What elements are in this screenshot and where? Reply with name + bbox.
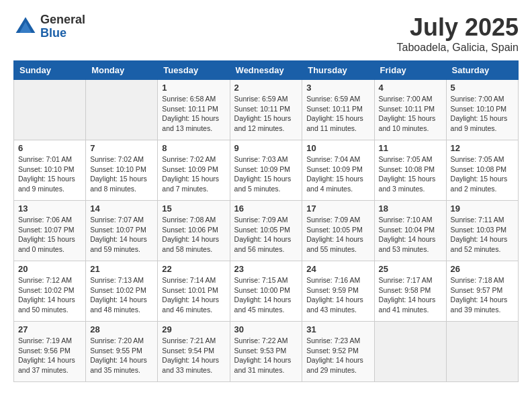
weekday-header-row: SundayMondayTuesdayWednesdayThursdayFrid… — [14, 61, 519, 80]
logo-icon — [13, 15, 38, 39]
weekday-header-thursday: Thursday — [302, 61, 374, 80]
calendar-cell: 23Sunrise: 7:15 AM Sunset: 10:00 PM Dayl… — [230, 261, 302, 322]
day-number: 7 — [90, 143, 153, 153]
day-info: Sunrise: 7:22 AM Sunset: 9:53 PM Dayligh… — [234, 336, 298, 375]
calendar-subtitle: Taboadela, Galicia, Spain — [397, 42, 519, 54]
day-info: Sunrise: 7:01 AM Sunset: 10:10 PM Daylig… — [18, 154, 81, 194]
calendar-cell: 4Sunrise: 7:00 AM Sunset: 10:11 PM Dayli… — [374, 80, 446, 140]
day-info: Sunrise: 7:05 AM Sunset: 10:08 PM Daylig… — [379, 154, 442, 194]
weekday-header-wednesday: Wednesday — [230, 61, 302, 80]
day-info: Sunrise: 6:58 AM Sunset: 10:11 PM Daylig… — [162, 94, 225, 134]
day-number: 13 — [18, 203, 81, 214]
day-number: 20 — [18, 264, 81, 274]
day-number: 30 — [234, 324, 298, 334]
day-info: Sunrise: 7:12 AM Sunset: 10:02 PM Daylig… — [18, 275, 81, 315]
day-info: Sunrise: 7:02 AM Sunset: 10:10 PM Daylig… — [90, 154, 153, 194]
calendar-title: July 2025 — [397, 13, 519, 42]
calendar-cell: 28Sunrise: 7:20 AM Sunset: 9:55 PM Dayli… — [86, 322, 158, 382]
day-number: 6 — [18, 143, 81, 153]
day-number: 9 — [234, 143, 298, 153]
calendar-week-3: 13Sunrise: 7:06 AM Sunset: 10:07 PM Dayl… — [14, 201, 519, 261]
day-info: Sunrise: 7:02 AM Sunset: 10:09 PM Daylig… — [162, 154, 225, 194]
calendar-cell: 3Sunrise: 6:59 AM Sunset: 10:11 PM Dayli… — [302, 80, 374, 140]
day-info: Sunrise: 7:08 AM Sunset: 10:06 PM Daylig… — [162, 215, 225, 255]
logo-general-text: General — [40, 13, 85, 27]
page-header: General Blue July 2025 Taboadela, Galici… — [13, 13, 519, 54]
calendar-cell: 7Sunrise: 7:02 AM Sunset: 10:10 PM Dayli… — [86, 140, 158, 201]
calendar-cell: 1Sunrise: 6:58 AM Sunset: 10:11 PM Dayli… — [158, 80, 230, 140]
day-info: Sunrise: 7:03 AM Sunset: 10:09 PM Daylig… — [234, 154, 298, 194]
calendar-cell: 6Sunrise: 7:01 AM Sunset: 10:10 PM Dayli… — [14, 140, 86, 201]
calendar-cell: 19Sunrise: 7:11 AM Sunset: 10:03 PM Dayl… — [446, 201, 518, 261]
day-number: 22 — [162, 264, 225, 274]
weekday-header-friday: Friday — [374, 61, 446, 80]
day-info: Sunrise: 7:17 AM Sunset: 9:58 PM Dayligh… — [379, 275, 442, 315]
calendar-week-5: 27Sunrise: 7:19 AM Sunset: 9:56 PM Dayli… — [14, 322, 519, 382]
calendar-cell: 5Sunrise: 7:00 AM Sunset: 10:10 PM Dayli… — [446, 80, 518, 140]
day-info: Sunrise: 7:23 AM Sunset: 9:52 PM Dayligh… — [306, 336, 369, 375]
day-info: Sunrise: 7:10 AM Sunset: 10:04 PM Daylig… — [379, 215, 442, 255]
day-number: 21 — [90, 264, 153, 274]
calendar-cell: 22Sunrise: 7:14 AM Sunset: 10:01 PM Dayl… — [158, 261, 230, 322]
calendar-cell: 9Sunrise: 7:03 AM Sunset: 10:09 PM Dayli… — [230, 140, 302, 201]
day-number: 15 — [162, 203, 225, 214]
calendar-cell: 20Sunrise: 7:12 AM Sunset: 10:02 PM Dayl… — [14, 261, 86, 322]
calendar-cell — [86, 80, 158, 140]
day-info: Sunrise: 6:59 AM Sunset: 10:11 PM Daylig… — [306, 94, 369, 134]
logo-blue-text: Blue — [40, 27, 85, 40]
calendar-table: SundayMondayTuesdayWednesdayThursdayFrid… — [13, 60, 519, 382]
calendar-cell: 26Sunrise: 7:18 AM Sunset: 9:57 PM Dayli… — [446, 261, 518, 322]
day-info: Sunrise: 6:59 AM Sunset: 10:11 PM Daylig… — [234, 94, 298, 134]
calendar-cell: 24Sunrise: 7:16 AM Sunset: 9:59 PM Dayli… — [302, 261, 374, 322]
day-info: Sunrise: 7:18 AM Sunset: 9:57 PM Dayligh… — [451, 275, 514, 315]
day-number: 18 — [379, 203, 442, 214]
logo: General Blue — [13, 13, 85, 40]
day-info: Sunrise: 7:11 AM Sunset: 10:03 PM Daylig… — [451, 215, 514, 255]
day-number: 24 — [306, 264, 369, 274]
calendar-cell: 17Sunrise: 7:09 AM Sunset: 10:05 PM Dayl… — [302, 201, 374, 261]
calendar-cell: 10Sunrise: 7:04 AM Sunset: 10:09 PM Dayl… — [302, 140, 374, 201]
calendar-cell: 11Sunrise: 7:05 AM Sunset: 10:08 PM Dayl… — [374, 140, 446, 201]
day-info: Sunrise: 7:09 AM Sunset: 10:05 PM Daylig… — [234, 215, 298, 255]
day-info: Sunrise: 7:04 AM Sunset: 10:09 PM Daylig… — [306, 154, 369, 194]
calendar-cell: 12Sunrise: 7:05 AM Sunset: 10:08 PM Dayl… — [446, 140, 518, 201]
logo-text: General Blue — [40, 13, 85, 40]
day-number: 23 — [234, 264, 298, 274]
day-number: 1 — [162, 83, 225, 93]
weekday-header-tuesday: Tuesday — [158, 61, 230, 80]
day-number: 4 — [379, 83, 442, 93]
day-info: Sunrise: 7:15 AM Sunset: 10:00 PM Daylig… — [234, 275, 298, 315]
calendar-cell: 31Sunrise: 7:23 AM Sunset: 9:52 PM Dayli… — [302, 322, 374, 382]
day-info: Sunrise: 7:05 AM Sunset: 10:08 PM Daylig… — [451, 154, 514, 194]
calendar-cell: 13Sunrise: 7:06 AM Sunset: 10:07 PM Dayl… — [14, 201, 86, 261]
day-number: 29 — [162, 324, 225, 334]
day-number: 31 — [306, 324, 369, 334]
calendar-cell: 18Sunrise: 7:10 AM Sunset: 10:04 PM Dayl… — [374, 201, 446, 261]
day-number: 25 — [379, 264, 442, 274]
calendar-cell: 29Sunrise: 7:21 AM Sunset: 9:54 PM Dayli… — [158, 322, 230, 382]
day-number: 17 — [306, 203, 369, 214]
calendar-week-4: 20Sunrise: 7:12 AM Sunset: 10:02 PM Dayl… — [14, 261, 519, 322]
calendar-cell: 25Sunrise: 7:17 AM Sunset: 9:58 PM Dayli… — [374, 261, 446, 322]
day-info: Sunrise: 7:20 AM Sunset: 9:55 PM Dayligh… — [90, 336, 153, 375]
calendar-cell: 27Sunrise: 7:19 AM Sunset: 9:56 PM Dayli… — [14, 322, 86, 382]
day-info: Sunrise: 7:07 AM Sunset: 10:07 PM Daylig… — [90, 215, 153, 255]
day-number: 5 — [451, 83, 514, 93]
day-info: Sunrise: 7:13 AM Sunset: 10:02 PM Daylig… — [90, 275, 153, 315]
calendar-cell: 2Sunrise: 6:59 AM Sunset: 10:11 PM Dayli… — [230, 80, 302, 140]
calendar-cell: 30Sunrise: 7:22 AM Sunset: 9:53 PM Dayli… — [230, 322, 302, 382]
day-number: 16 — [234, 203, 298, 214]
calendar-cell: 16Sunrise: 7:09 AM Sunset: 10:05 PM Dayl… — [230, 201, 302, 261]
day-number: 27 — [18, 324, 81, 334]
title-block: July 2025 Taboadela, Galicia, Spain — [397, 13, 519, 54]
calendar-week-1: 1Sunrise: 6:58 AM Sunset: 10:11 PM Dayli… — [14, 80, 519, 140]
day-info: Sunrise: 7:16 AM Sunset: 9:59 PM Dayligh… — [306, 275, 369, 315]
calendar-week-2: 6Sunrise: 7:01 AM Sunset: 10:10 PM Dayli… — [14, 140, 519, 201]
day-info: Sunrise: 7:09 AM Sunset: 10:05 PM Daylig… — [306, 215, 369, 255]
day-number: 10 — [306, 143, 369, 153]
calendar-cell — [14, 80, 86, 140]
day-info: Sunrise: 7:00 AM Sunset: 10:10 PM Daylig… — [451, 94, 514, 134]
weekday-header-monday: Monday — [86, 61, 158, 80]
day-info: Sunrise: 7:00 AM Sunset: 10:11 PM Daylig… — [379, 94, 442, 134]
calendar-cell — [446, 322, 518, 382]
